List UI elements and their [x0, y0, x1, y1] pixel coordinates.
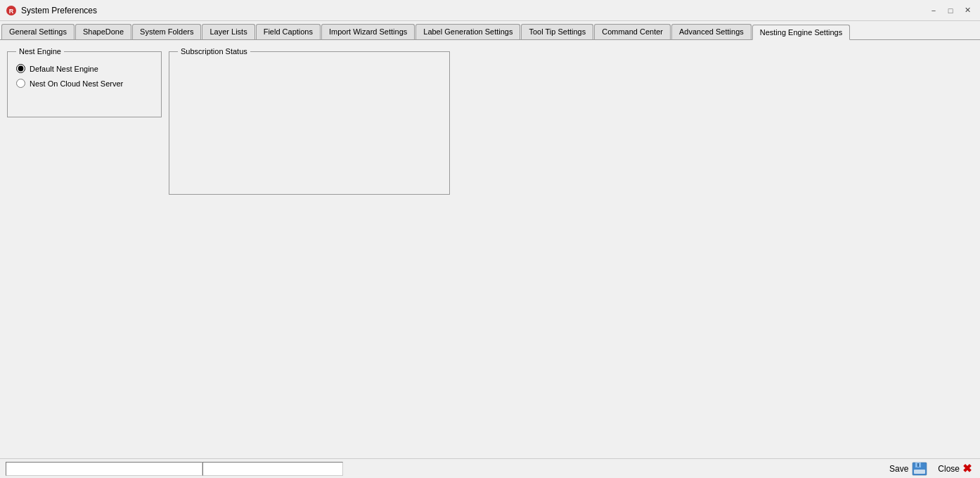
- nest-engine-legend: Nest Engine: [16, 47, 64, 56]
- radio-label-default-nest-engine: Default Nest Engine: [30, 65, 98, 73]
- tab-system-folders[interactable]: System Folders: [132, 24, 201, 39]
- tab-label-generation-settings[interactable]: Label Generation Settings: [415, 24, 520, 39]
- close-window-button[interactable]: ✕: [960, 4, 974, 18]
- save-icon: [911, 461, 928, 477]
- app-icon: R: [6, 5, 17, 16]
- close-button[interactable]: Close ✖: [935, 460, 974, 477]
- subscription-status-fieldset: Subscription Status: [169, 47, 450, 195]
- tab-command-center[interactable]: Command Center: [594, 24, 671, 39]
- main-content: Nest Engine Default Nest EngineNest On C…: [0, 40, 980, 458]
- tab-tool-tip-settings[interactable]: Tool Tip Settings: [521, 24, 593, 39]
- status-bar-left: [6, 462, 886, 476]
- save-label: Save: [889, 464, 908, 474]
- radio-item-nest-on-cloud[interactable]: Nest On Cloud Nest Server: [16, 79, 153, 88]
- svg-text:R: R: [9, 8, 14, 15]
- tab-field-captions[interactable]: Field Captions: [256, 24, 321, 39]
- title-bar-left: R System Preferences: [6, 5, 97, 16]
- tab-import-wizard-settings[interactable]: Import Wizard Settings: [321, 24, 415, 39]
- nest-engine-fieldset: Nest Engine Default Nest EngineNest On C…: [7, 47, 162, 117]
- status-bar-right: Save Close ✖: [886, 460, 974, 478]
- radio-nest-on-cloud[interactable]: [16, 79, 25, 88]
- close-x-icon: ✖: [962, 462, 972, 475]
- svg-rect-4: [914, 470, 925, 474]
- save-button[interactable]: Save: [886, 460, 931, 478]
- status-pane-right: [202, 462, 343, 476]
- tab-shape-done[interactable]: ShapeDone: [75, 24, 131, 39]
- nest-engine-radio-group: Default Nest EngineNest On Cloud Nest Se…: [16, 64, 153, 88]
- status-bar: Save Close ✖: [0, 458, 980, 478]
- maximize-button[interactable]: □: [943, 4, 958, 18]
- svg-rect-5: [917, 463, 919, 467]
- minimize-button[interactable]: −: [927, 4, 941, 18]
- fieldset-group: Nest Engine Default Nest EngineNest On C…: [7, 47, 973, 195]
- close-label: Close: [938, 464, 960, 474]
- radio-item-default-nest-engine[interactable]: Default Nest Engine: [16, 64, 153, 73]
- subscription-status-legend: Subscription Status: [178, 47, 250, 56]
- title-text: System Preferences: [21, 6, 97, 15]
- radio-default-nest-engine[interactable]: [16, 64, 25, 73]
- title-bar-controls: − □ ✕: [927, 4, 974, 18]
- tab-nesting-engine-settings[interactable]: Nesting Engine Settings: [752, 25, 850, 40]
- tab-layer-lists[interactable]: Layer Lists: [202, 24, 254, 39]
- tab-general-settings[interactable]: General Settings: [1, 24, 75, 39]
- radio-label-nest-on-cloud: Nest On Cloud Nest Server: [30, 79, 123, 88]
- tab-advanced-settings[interactable]: Advanced Settings: [671, 24, 752, 39]
- status-pane-left: [6, 462, 202, 476]
- title-bar: R System Preferences − □ ✕: [0, 0, 980, 21]
- tab-bar: General SettingsShapeDoneSystem FoldersL…: [0, 21, 980, 40]
